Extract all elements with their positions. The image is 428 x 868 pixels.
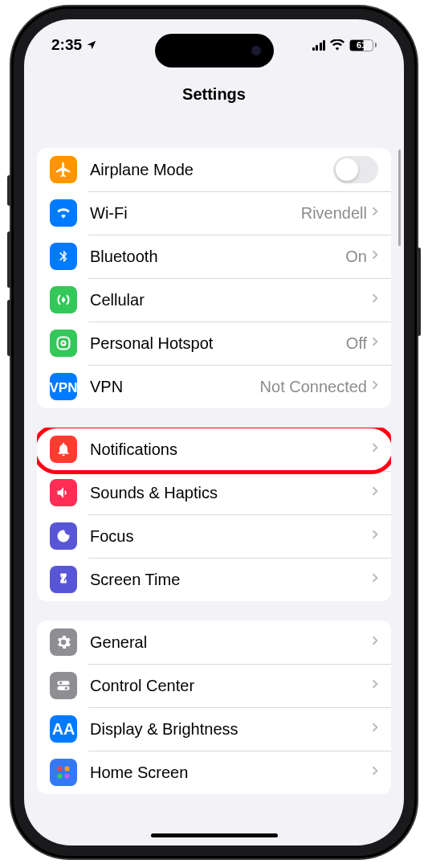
row-bluetooth[interactable]: BluetoothOn: [37, 235, 391, 278]
row-label: Cellular: [90, 291, 372, 309]
chevron-right-icon: [372, 635, 378, 649]
vpn-icon: VPN: [50, 373, 77, 400]
svg-point-0: [63, 299, 65, 301]
home-indicator[interactable]: [151, 833, 278, 837]
battery-icon: 61: [349, 39, 377, 51]
row-display-brightness[interactable]: AADisplay & Brightness: [37, 707, 391, 751]
cellular-signal-icon: [312, 40, 326, 51]
row-cellular[interactable]: Cellular: [37, 278, 391, 321]
settings-group: GeneralControl CenterAADisplay & Brightn…: [37, 620, 391, 794]
svg-rect-4: [58, 686, 70, 690]
row-personal-hotspot[interactable]: Personal HotspotOff: [37, 321, 391, 365]
chevron-right-icon: [372, 722, 378, 736]
svg-rect-10: [58, 774, 63, 779]
location-icon: [86, 39, 97, 51]
row-notifications[interactable]: Notifications: [37, 428, 391, 471]
chevron-right-icon: [372, 206, 378, 220]
svg-point-5: [59, 682, 62, 684]
chevron-right-icon: [372, 249, 378, 264]
row-home-screen[interactable]: Home Screen: [37, 751, 391, 794]
wifi-icon: [50, 199, 77, 227]
row-value: On: [345, 248, 367, 266]
row-label: Notifications: [90, 440, 372, 459]
wifi-icon: [330, 39, 344, 51]
row-label: Screen Time: [90, 571, 372, 589]
chevron-right-icon: [372, 336, 378, 350]
screentime-icon: [50, 566, 77, 593]
screen: 2:35 61 Settings Airplane ModeWi-FiRiven…: [24, 19, 404, 845]
volume-down: [7, 300, 11, 356]
row-label: Bluetooth: [90, 248, 345, 266]
row-label: Wi-Fi: [90, 204, 301, 223]
airplane-icon: [50, 156, 77, 183]
mute-switch: [7, 175, 11, 206]
general-icon: [50, 628, 77, 656]
settings-group: NotificationsSounds & HapticsFocusScreen…: [37, 428, 391, 601]
svg-text:AA: AA: [52, 720, 75, 738]
row-label: Home Screen: [90, 764, 372, 782]
toggle-airplane-mode[interactable]: [333, 156, 378, 183]
row-focus[interactable]: Focus: [37, 514, 391, 558]
display-icon: AA: [50, 715, 77, 743]
row-label: Sounds & Haptics: [90, 484, 372, 502]
phone-frame: 2:35 61 Settings Airplane ModeWi-FiRiven…: [11, 6, 417, 858]
svg-rect-11: [65, 774, 70, 779]
sounds-icon: [50, 479, 77, 506]
chevron-right-icon: [372, 765, 378, 780]
row-label: VPN: [90, 378, 260, 396]
scrollbar[interactable]: [398, 149, 401, 246]
chevron-right-icon: [372, 379, 378, 394]
homescreen-icon: [50, 759, 77, 786]
svg-point-1: [62, 342, 66, 346]
row-label: Display & Brightness: [90, 720, 372, 739]
row-wi-fi[interactable]: Wi-FiRivendell: [37, 191, 391, 235]
chevron-right-icon: [372, 529, 378, 543]
chevron-right-icon: [372, 442, 378, 457]
bluetooth-icon: [50, 243, 77, 270]
svg-rect-3: [58, 681, 70, 685]
navbar: Settings: [24, 71, 404, 117]
row-vpn[interactable]: VPNVPNNot Connected: [37, 365, 391, 408]
settings-scroll[interactable]: Airplane ModeWi-FiRivendellBluetoothOnCe…: [24, 117, 404, 845]
row-general[interactable]: General: [37, 620, 391, 664]
hotspot-icon: [50, 330, 77, 357]
controlcenter-icon: [50, 672, 77, 699]
dynamic-island: [155, 34, 274, 68]
power-button: [417, 248, 421, 336]
chevron-right-icon: [372, 678, 378, 693]
row-control-center[interactable]: Control Center: [37, 664, 391, 707]
row-label: Control Center: [90, 677, 372, 695]
chevron-right-icon: [372, 293, 378, 307]
volume-up: [7, 231, 11, 288]
svg-rect-8: [58, 767, 63, 772]
chevron-right-icon: [372, 485, 378, 500]
row-label: Airplane Mode: [90, 161, 333, 179]
status-time: 2:35: [51, 36, 82, 54]
row-value: Not Connected: [260, 378, 367, 396]
svg-point-6: [65, 687, 67, 690]
chevron-right-icon: [372, 572, 378, 587]
svg-rect-9: [65, 767, 70, 772]
cellular-icon: [50, 286, 77, 313]
row-value: Off: [346, 334, 367, 353]
row-airplane-mode[interactable]: Airplane Mode: [37, 148, 391, 191]
page-title: Settings: [182, 85, 246, 104]
row-label: General: [90, 633, 372, 652]
row-screen-time[interactable]: Screen Time: [37, 558, 391, 601]
row-sounds-haptics[interactable]: Sounds & Haptics: [37, 471, 391, 514]
row-label: Personal Hotspot: [90, 334, 346, 353]
focus-icon: [50, 522, 77, 550]
settings-group: Airplane ModeWi-FiRivendellBluetoothOnCe…: [37, 148, 391, 408]
notifications-icon: [50, 436, 77, 463]
svg-text:VPN: VPN: [50, 380, 77, 395]
row-value: Rivendell: [301, 204, 367, 223]
row-label: Focus: [90, 527, 372, 546]
